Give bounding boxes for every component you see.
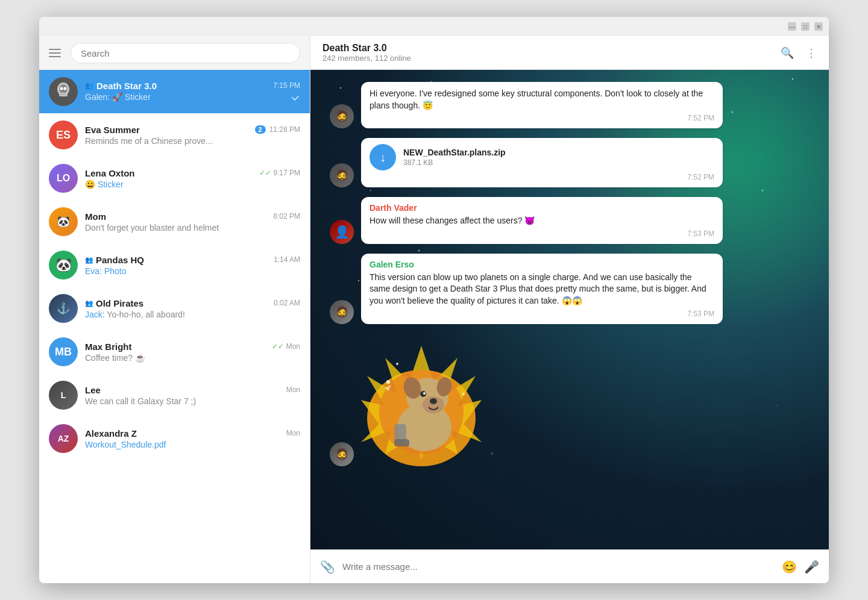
chat-header-info: Death Star 3.0 242 members, 112 online bbox=[322, 43, 781, 63]
chat-item-pandas-hq[interactable]: 🐼 👥 Pandas HQ 1:14 AM Eva: Photo bbox=[39, 243, 310, 287]
avatar: 🐼 bbox=[49, 251, 78, 280]
message-input[interactable] bbox=[342, 561, 775, 572]
chat-name: Mom bbox=[85, 211, 106, 222]
chat-name: Lena Oxton bbox=[85, 168, 135, 178]
message-time: 7:53 PM bbox=[370, 230, 714, 238]
message-bubble: Galen Erso This version can blow up two … bbox=[361, 254, 723, 324]
sidebar: 👥 Death Star 3.0 7:15 PM Galen: 🚀 Sticke… bbox=[39, 36, 310, 583]
sender-avatar: 🧔 bbox=[330, 163, 354, 187]
file-name: NEW_DeathStar.plans.zip bbox=[403, 148, 714, 157]
avatar: ES bbox=[49, 120, 78, 149]
chat-item-death-star[interactable]: 👥 Death Star 3.0 7:15 PM Galen: 🚀 Sticke… bbox=[39, 70, 310, 113]
chat-body: Alexandra Z Mon Workout_Shedule.pdf bbox=[85, 428, 300, 449]
chat-body: Eva Summer 2 11:28 PM Reminds me of a Ch… bbox=[85, 125, 300, 146]
message-3: 👤 Darth Vader How will these changes aff… bbox=[325, 197, 814, 244]
chat-preview: Workout_Shedule.pdf bbox=[85, 440, 300, 449]
chat-preview: Don't forget your blaster and helmet bbox=[85, 223, 300, 233]
close-button[interactable]: ✕ bbox=[814, 22, 823, 31]
chat-preview: Galen: 🚀 Sticker bbox=[85, 92, 300, 102]
chat-item-lee[interactable]: L Lee Mon We can call it Galaxy Star 7 ;… bbox=[39, 373, 310, 417]
svg-point-30 bbox=[423, 392, 426, 395]
message-text: Hi everyone. I've redesigned some key st… bbox=[370, 88, 714, 111]
sender-name: Galen Erso bbox=[370, 260, 714, 269]
chat-time: Mon bbox=[286, 429, 300, 437]
svg-point-3 bbox=[60, 87, 63, 90]
chat-time: ✓✓ 9:17 PM bbox=[259, 169, 300, 177]
chat-preview: Coffee time? ☕ bbox=[85, 353, 300, 363]
svg-point-36 bbox=[462, 393, 465, 395]
messages-area: 🧔 Hi everyone. I've redesigned some key … bbox=[310, 70, 829, 549]
maximize-button[interactable]: □ bbox=[801, 22, 810, 31]
search-input[interactable] bbox=[71, 43, 300, 63]
header-actions: 🔍 ⋮ bbox=[781, 46, 817, 60]
chat-name: Lee bbox=[85, 385, 101, 395]
sender-avatar: 🧔 bbox=[330, 104, 354, 128]
app-window: — □ ✕ bbox=[39, 17, 829, 583]
chat-time: 7:15 PM bbox=[273, 81, 300, 90]
chat-body: 👥 Old Pirates 0:02 AM Jack: Yo-ho-ho, al… bbox=[85, 298, 300, 319]
chat-item-alexandra-z[interactable]: AZ Alexandra Z Mon Workout_Shedule.pdf bbox=[39, 417, 310, 460]
chat-preview: 😀 Sticker bbox=[85, 180, 300, 189]
avatar: ⚓ bbox=[49, 294, 78, 323]
chat-time: ✓✓ Mon bbox=[272, 342, 300, 351]
chat-time: 8:02 PM bbox=[273, 212, 300, 220]
svg-point-35 bbox=[386, 380, 390, 384]
main-content: 👥 Death Star 3.0 7:15 PM Galen: 🚀 Sticke… bbox=[39, 36, 829, 583]
chat-time: 0:02 AM bbox=[274, 299, 300, 307]
chat-item-old-pirates[interactable]: ⚓ 👥 Old Pirates 0:02 AM Jack: Yo-ho-ho, … bbox=[39, 287, 310, 330]
chat-item-lena-oxton[interactable]: LO Lena Oxton ✓✓ 9:17 PM 😀 Sticker bbox=[39, 157, 310, 200]
chat-item-eva-summer[interactable]: ES Eva Summer 2 11:28 PM Reminds me of a… bbox=[39, 113, 310, 157]
file-info: NEW_DeathStar.plans.zip 387.1 KB bbox=[403, 148, 714, 167]
mic-icon[interactable]: 🎤 bbox=[804, 560, 819, 574]
sticker-message: 🧔 bbox=[325, 334, 814, 466]
svg-point-4 bbox=[64, 87, 67, 90]
chat-time: 1:14 AM bbox=[274, 255, 300, 264]
chat-name: 👥 Death Star 3.0 bbox=[85, 81, 157, 91]
sender-avatar: 🧔 bbox=[330, 442, 354, 466]
chat-item-mom[interactable]: 🐼 Mom 8:02 PM Don't forget your blaster … bbox=[39, 200, 310, 243]
chat-subtitle: 242 members, 112 online bbox=[322, 54, 781, 63]
chat-time: Mon bbox=[286, 386, 300, 394]
message-text: How will these changes affect the users?… bbox=[370, 215, 714, 227]
sender-name: Darth Vader bbox=[370, 203, 714, 213]
chat-name: Alexandra Z bbox=[85, 428, 137, 439]
message-bubble: Hi everyone. I've redesigned some key st… bbox=[361, 82, 723, 128]
message-time: 7:53 PM bbox=[370, 310, 714, 318]
chat-title: Death Star 3.0 bbox=[322, 43, 781, 54]
chat-name: 👥 Old Pirates bbox=[85, 298, 143, 308]
avatar: 🐼 bbox=[49, 207, 78, 236]
chat-name: Max Bright bbox=[85, 342, 132, 352]
chat-body: Lee Mon We can call it Galaxy Star 7 ;) bbox=[85, 385, 300, 406]
message-time: 7:52 PM bbox=[370, 114, 714, 122]
chat-item-max-bright[interactable]: MB Max Bright ✓✓ Mon Coffee time? ☕ bbox=[39, 330, 310, 373]
chat-preview: We can call it Galaxy Star 7 ;) bbox=[85, 396, 300, 406]
menu-button[interactable] bbox=[49, 49, 61, 57]
svg-rect-34 bbox=[394, 439, 409, 446]
message-input-area: 📎 😊 🎤 bbox=[310, 549, 829, 583]
avatar: LO bbox=[49, 164, 78, 193]
chat-preview: Eva: Photo bbox=[85, 266, 300, 276]
chat-body: Mom 8:02 PM Don't forget your blaster an… bbox=[85, 211, 300, 233]
chat-body: Lena Oxton ✓✓ 9:17 PM 😀 Sticker bbox=[85, 168, 300, 189]
emoji-icon[interactable]: 😊 bbox=[782, 560, 797, 574]
message-4: 🧔 Galen Erso This version can blow up tw… bbox=[325, 254, 814, 324]
message-2: 🧔 ↓ NEW_DeathStar.plans.zip 387.1 KB 7:5… bbox=[325, 138, 814, 187]
sender-avatar: 🧔 bbox=[330, 300, 354, 324]
minimize-button[interactable]: — bbox=[788, 22, 796, 31]
search-icon[interactable]: 🔍 bbox=[781, 46, 794, 60]
file-size: 387.1 KB bbox=[403, 158, 714, 167]
more-options-icon[interactable]: ⋮ bbox=[806, 46, 817, 60]
chat-body: 👥 Death Star 3.0 7:15 PM Galen: 🚀 Sticke… bbox=[85, 81, 300, 102]
chat-panel: Death Star 3.0 242 members, 112 online 🔍… bbox=[310, 36, 829, 583]
avatar bbox=[49, 77, 78, 106]
attach-icon[interactable]: 📎 bbox=[320, 560, 335, 574]
svg-point-28 bbox=[430, 398, 437, 404]
svg-rect-5 bbox=[60, 94, 67, 95]
sender-avatar: 👤 bbox=[330, 220, 354, 244]
message-time: 7:52 PM bbox=[370, 173, 714, 181]
svg-point-13 bbox=[792, 78, 793, 80]
chat-preview: Reminds me of a Chinese prove... bbox=[85, 136, 300, 146]
unread-badge: 2 bbox=[255, 125, 266, 134]
download-icon[interactable]: ↓ bbox=[370, 144, 396, 170]
chat-time: 11:28 PM bbox=[269, 125, 300, 134]
